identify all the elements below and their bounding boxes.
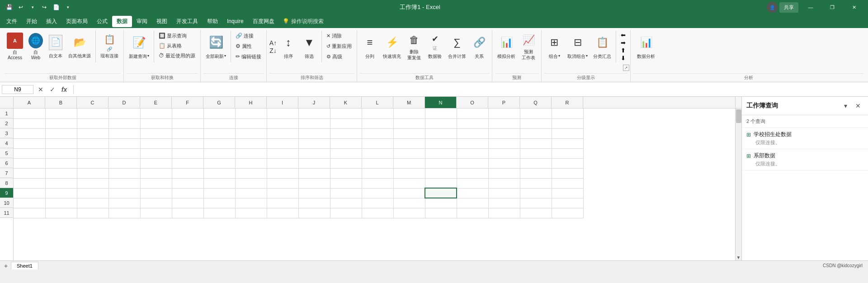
sheet-tab-1[interactable]: Sheet1 [11, 262, 38, 269]
col-header-J[interactable]: J [298, 97, 330, 108]
scroll-down-arrow[interactable]: ▼ [736, 254, 742, 260]
cell-N5[interactable] [425, 148, 457, 158]
btn-show-query[interactable]: 🔲 显示查询 [156, 31, 198, 41]
cell-P11[interactable] [488, 208, 520, 218]
btn-subtotal[interactable]: 📋 分类汇总 [591, 31, 613, 62]
cell-G8[interactable] [203, 178, 235, 188]
cell-D6[interactable] [108, 158, 140, 168]
formula-cancel-btn[interactable]: ✕ [35, 84, 46, 95]
cell-N8[interactable] [425, 178, 457, 188]
cell-H3[interactable] [235, 128, 267, 138]
cell-O11[interactable] [457, 208, 488, 218]
cell-G1[interactable] [203, 108, 235, 118]
cell-A6[interactable] [14, 158, 45, 168]
cell-N3[interactable] [425, 128, 457, 138]
btn-filter[interactable]: ▼ 筛选 [299, 31, 319, 62]
cell-P8[interactable] [488, 178, 520, 188]
cell-G3[interactable] [203, 128, 235, 138]
cell-B1[interactable] [45, 108, 77, 118]
cell-N10[interactable] [425, 198, 457, 208]
cell-O2[interactable] [457, 118, 488, 128]
cell-R5[interactable] [552, 148, 583, 158]
cell-O8[interactable] [457, 178, 488, 188]
cell-K5[interactable] [330, 148, 362, 158]
query-item-1-header[interactable]: ⊞ 学校招生处数据 [746, 131, 863, 138]
cell-P7[interactable] [488, 168, 520, 178]
col-header-M[interactable]: M [393, 97, 425, 108]
cell-H4[interactable] [235, 138, 267, 148]
cell-O6[interactable] [457, 158, 488, 168]
cell-O7[interactable] [457, 168, 488, 178]
cell-R1[interactable] [552, 108, 583, 118]
btn-validate[interactable]: ✔ 证 数据验 [425, 31, 445, 62]
btn-group[interactable]: ⊞ 组合 ▾ [544, 31, 564, 62]
cell-L4[interactable] [362, 138, 393, 148]
cell-F5[interactable] [172, 148, 203, 158]
qa-undo-btn[interactable]: ↩ [15, 2, 26, 13]
cell-E10[interactable] [140, 198, 172, 208]
menu-data[interactable]: 数据 [112, 16, 132, 27]
cell-C10[interactable] [77, 198, 108, 208]
cell-I9[interactable] [267, 188, 298, 198]
cell-E8[interactable] [140, 178, 172, 188]
cell-Q1[interactable] [520, 108, 552, 118]
col-header-D[interactable]: D [108, 97, 140, 108]
col-header-H[interactable]: H [235, 97, 267, 108]
cell-C9[interactable] [77, 188, 108, 198]
query-item-2-header[interactable]: ⊞ 系部数据 [746, 152, 863, 160]
cell-H2[interactable] [235, 118, 267, 128]
cell-E7[interactable] [140, 168, 172, 178]
cell-Q11[interactable] [520, 208, 552, 218]
cell-K8[interactable] [330, 178, 362, 188]
cell-B9[interactable] [45, 188, 77, 198]
cell-N9[interactable] [425, 188, 457, 198]
user-avatar[interactable]: 👤 [767, 2, 778, 13]
cell-C8[interactable] [77, 178, 108, 188]
row-header-11[interactable]: 11 [0, 208, 13, 218]
cell-M11[interactable] [393, 208, 425, 218]
cell-I10[interactable] [267, 198, 298, 208]
col-header-R[interactable]: R [552, 97, 583, 108]
restore-btn[interactable]: ❐ [822, 0, 843, 14]
row-header-2[interactable]: 2 [0, 118, 13, 128]
cell-Q9[interactable] [520, 188, 552, 198]
cell-G4[interactable] [203, 138, 235, 148]
cell-G11[interactable] [203, 208, 235, 218]
btn-sort-asc[interactable]: A↑ [269, 39, 277, 47]
row-header-1[interactable]: 1 [0, 108, 13, 118]
btn-refresh-all[interactable]: 🔄 全部刷新 ▾ [203, 31, 228, 62]
cell-R7[interactable] [552, 168, 583, 178]
cell-G10[interactable] [203, 198, 235, 208]
cell-K2[interactable] [330, 118, 362, 128]
cell-G6[interactable] [203, 158, 235, 168]
cell-L9[interactable] [362, 188, 393, 198]
cell-O4[interactable] [457, 138, 488, 148]
cell-C4[interactable] [77, 138, 108, 148]
cell-Q8[interactable] [520, 178, 552, 188]
btn-clear[interactable]: ✕ 消除 [324, 31, 354, 41]
cell-F8[interactable] [172, 178, 203, 188]
menu-home[interactable]: 开始 [22, 16, 42, 27]
cell-E6[interactable] [140, 158, 172, 168]
cell-I7[interactable] [267, 168, 298, 178]
cell-L2[interactable] [362, 118, 393, 128]
cell-I8[interactable] [267, 178, 298, 188]
cell-C2[interactable] [77, 118, 108, 128]
btn-data-analysis[interactable]: 📊 数据分析 [633, 31, 659, 62]
vertical-scrollbar[interactable]: ▲ ▼ [735, 108, 741, 260]
cell-B6[interactable] [45, 158, 77, 168]
cell-J4[interactable] [298, 138, 330, 148]
cell-L10[interactable] [362, 198, 393, 208]
cell-K1[interactable] [330, 108, 362, 118]
cell-F3[interactable] [172, 128, 203, 138]
menu-help[interactable]: 帮助 [203, 16, 222, 27]
btn-reapply[interactable]: ↺ 重新应用 [324, 41, 354, 51]
cell-N7[interactable] [425, 168, 457, 178]
cell-R10[interactable] [552, 198, 583, 208]
cell-O10[interactable] [457, 198, 488, 208]
cell-C5[interactable] [77, 148, 108, 158]
cell-A9[interactable] [14, 188, 45, 198]
cell-B5[interactable] [45, 148, 77, 158]
cell-E2[interactable] [140, 118, 172, 128]
row-header-10[interactable]: 10 [0, 198, 13, 208]
